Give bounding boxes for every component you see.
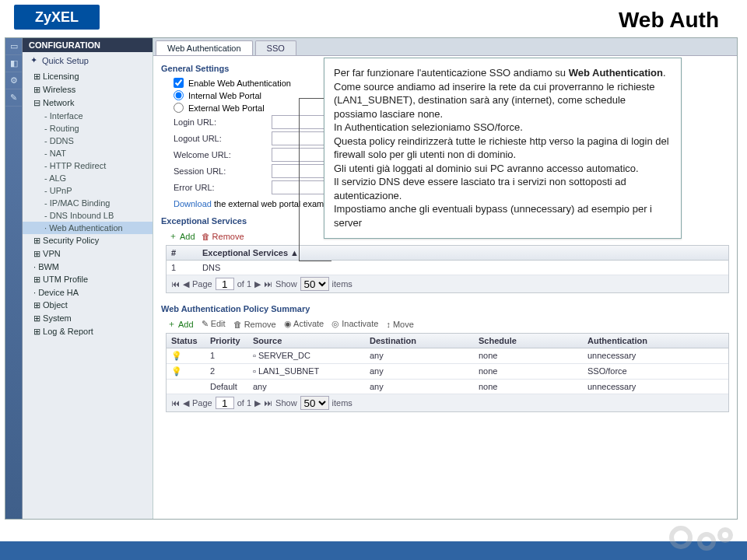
nav-object[interactable]: ⊞ Object: [23, 299, 153, 312]
external-label: External Web Portal: [188, 103, 265, 113]
next-page-icon[interactable]: ▶: [254, 398, 261, 408]
tab-bar: Web Authentication SSO: [153, 38, 737, 56]
table-row[interactable]: 💡 1 ▫ SERVER_DC any none unnecessary: [167, 348, 728, 364]
nav-upnp[interactable]: - UPnP: [23, 184, 153, 197]
enable-web-auth-checkbox[interactable]: [174, 78, 184, 88]
col-schedule[interactable]: Schedule: [474, 334, 583, 348]
show-label: Show: [275, 398, 297, 408]
nav-dns-inbound[interactable]: - DNS Inbound LB: [23, 209, 153, 222]
first-page-icon[interactable]: ⏮: [171, 279, 180, 289]
config-icon[interactable]: ⚙: [5, 72, 22, 89]
policy-add-button[interactable]: ＋Add: [167, 318, 194, 330]
trash-icon: 🗑: [202, 232, 210, 241]
policy-remove-button[interactable]: 🗑 Remove: [233, 320, 276, 329]
external-portal-radio[interactable]: [174, 103, 184, 113]
page-size-select[interactable]: 50: [300, 277, 329, 291]
page-input[interactable]: [216, 397, 234, 409]
policy-activate-button[interactable]: ◉ Activate: [284, 319, 324, 329]
nav-tree: ⊞ Licensing ⊞ Wireless ⊟ Network - Inter…: [23, 68, 153, 340]
nav-interface[interactable]: - Interface: [23, 110, 153, 122]
tab-web-auth[interactable]: Web Authentication: [156, 40, 253, 55]
nav-log-report[interactable]: ⊞ Log & Report: [23, 325, 153, 338]
last-page-icon[interactable]: ⏭: [264, 279, 272, 289]
session-url-label: Session URL:: [174, 166, 267, 176]
page-label: Page: [192, 398, 212, 408]
nav-device-ha[interactable]: · Device HA: [23, 286, 153, 299]
nav-web-auth[interactable]: · Web Authentication: [23, 222, 153, 234]
cell: ▫ SERVER_DC: [248, 348, 365, 363]
policy-inactivate-button[interactable]: ◎ Inactivate: [331, 319, 378, 329]
sidebar: CONFIGURATION ✦ Quick Setup ⊞ Licensing …: [23, 38, 153, 519]
cell: none: [474, 364, 583, 379]
col-hash[interactable]: #: [167, 246, 198, 260]
policy-move-button[interactable]: ↕ Move: [386, 320, 413, 329]
col-destination[interactable]: Destination: [365, 334, 474, 348]
nav-ddns[interactable]: - DDNS: [23, 135, 153, 147]
cell-num: 1: [167, 261, 198, 275]
col-status[interactable]: Status: [167, 334, 205, 348]
page-input[interactable]: [216, 278, 234, 290]
maintenance-icon[interactable]: ✎: [5, 89, 22, 107]
cell: SSO/force: [583, 364, 728, 379]
cell: none: [474, 380, 583, 394]
nav-ipmac[interactable]: - IP/MAC Binding: [23, 197, 153, 209]
page-size-select[interactable]: 50: [300, 396, 329, 410]
table-row[interactable]: Default any any none unnecessary: [167, 380, 728, 394]
add-button[interactable]: ＋Add: [169, 230, 195, 242]
policy-edit-button[interactable]: ✎ Edit: [202, 319, 226, 329]
policy-grid: Status Priority Source Destination Sched…: [166, 333, 729, 412]
zyxel-logo: ZyXEL: [14, 5, 100, 30]
nav-utm[interactable]: ⊞ UTM Profile: [23, 273, 153, 286]
status-icon: 💡: [167, 364, 205, 379]
status-icon: [167, 380, 205, 394]
col-source[interactable]: Source: [248, 334, 365, 348]
nav-alg[interactable]: - ALG: [23, 172, 153, 184]
slide-title: Web Auth: [619, 8, 719, 33]
cell-service: DNS: [198, 261, 728, 275]
nav-bwm[interactable]: · BWM: [23, 261, 153, 273]
nav-vpn[interactable]: ⊞ VPN: [23, 247, 153, 261]
items-label: items: [332, 279, 352, 289]
last-page-icon[interactable]: ⏭: [264, 398, 272, 408]
tab-sso[interactable]: SSO: [255, 40, 296, 55]
nav-routing[interactable]: - Routing: [23, 122, 153, 135]
page-of: of 1: [237, 279, 251, 289]
explanation-callout: Per far funzionare l'autenticazione SSO …: [324, 58, 682, 239]
nav-http-redirect[interactable]: - HTTP Redirect: [23, 159, 153, 172]
table-row[interactable]: 1 DNS: [167, 261, 728, 275]
policy-pager: ⏮ ◀ Page of 1 ▶ ⏭ Show 50 items: [167, 394, 728, 411]
enable-label: Enable Web Authentication: [188, 79, 291, 88]
internal-portal-radio[interactable]: [174, 90, 184, 100]
nav-wireless[interactable]: ⊞ Wireless: [23, 83, 153, 96]
quick-setup[interactable]: ✦ Quick Setup: [23, 52, 153, 68]
col-priority[interactable]: Priority: [205, 334, 248, 348]
cell: 2: [205, 364, 248, 379]
cell: Default: [205, 380, 248, 394]
nav-security-policy[interactable]: ⊞ Security Policy: [23, 234, 153, 247]
cell: unnecessary: [583, 348, 728, 363]
col-exc-services[interactable]: Exceptional Services ▲: [198, 246, 728, 260]
monitor-icon[interactable]: ◧: [5, 55, 22, 72]
plus-icon: ＋: [169, 230, 177, 242]
remove-button[interactable]: 🗑Remove: [202, 232, 244, 241]
prev-page-icon[interactable]: ◀: [183, 279, 189, 289]
col-auth[interactable]: Authentication: [583, 334, 728, 348]
status-icon: 💡: [167, 348, 205, 363]
table-row[interactable]: 💡 2 ▫ LAN1_SUBNET any none SSO/force: [167, 364, 728, 380]
first-page-icon[interactable]: ⏮: [171, 398, 180, 408]
prev-page-icon[interactable]: ◀: [183, 398, 189, 408]
welcome-url-label: Welcome URL:: [174, 150, 267, 159]
dashboard-icon[interactable]: ▭: [5, 38, 22, 55]
page-label: Page: [192, 279, 212, 289]
exceptional-grid: # Exceptional Services ▲ 1 DNS ⏮ ◀ Page …: [166, 245, 729, 293]
nav-system[interactable]: ⊞ System: [23, 312, 153, 325]
nav-licensing[interactable]: ⊞ Licensing: [23, 70, 153, 83]
next-page-icon[interactable]: ▶: [254, 279, 261, 289]
internal-label: Internal Web Portal: [188, 91, 261, 100]
show-label: Show: [275, 279, 297, 289]
nav-nat[interactable]: - NAT: [23, 147, 153, 159]
footer-decoration: [0, 526, 747, 560]
nav-network[interactable]: ⊟ Network: [23, 96, 153, 110]
download-link[interactable]: Download: [174, 199, 212, 208]
cell: unnecessary: [583, 380, 728, 394]
